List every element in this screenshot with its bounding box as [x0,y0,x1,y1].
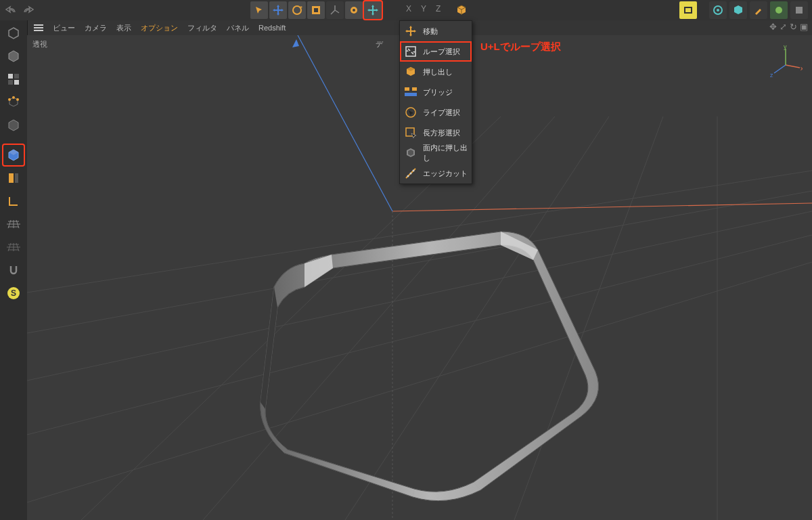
dd-label: ブリッジ [423,87,453,98]
dd-label: エッジカット [423,169,468,179]
y-axis-line [298,35,392,211]
svg-line-31 [786,65,800,68]
svg-text:z: z [770,72,773,79]
undo-icon[interactable] [5,5,18,15]
dd-bridge[interactable]: ブリッジ [400,82,472,102]
dd-live-select[interactable]: ライブ選択 [400,102,472,123]
vp-rotate-icon[interactable]: ↻ [790,22,797,32]
dd-label: 押し出し [423,67,453,77]
cube-primitive-icon[interactable] [455,4,468,16]
svg-point-44 [410,173,412,175]
menu-redshift[interactable]: Redshift [258,24,286,32]
grid-icon[interactable] [3,214,24,234]
svg-rect-39 [412,87,417,91]
svg-rect-5 [685,7,692,13]
dd-label: 面内に押し出し [423,143,468,163]
svg-rect-12 [8,80,13,85]
axis-tool[interactable] [326,1,344,19]
face-mode-icon[interactable] [3,115,24,135]
material-icon[interactable] [770,1,788,19]
dd-inner-extrude[interactable]: 面内に押し出し [400,143,472,163]
dd-label: 移動 [423,26,438,37]
move-tool[interactable] [269,1,287,19]
inner-extrude-icon [404,146,418,160]
point-mode-icon[interactable] [3,92,24,112]
tool-dropdown: 移動 ループ選択 押し出し ブリッジ ライブ選択 長方形選択 面内に押し出し エ… [399,20,472,184]
svg-rect-9 [796,7,803,14]
svg-point-0 [293,6,301,14]
right-tool-group [679,1,808,19]
annotation-text: U+Lでループ選択 [480,41,561,53]
dd-label: ループ選択 [423,47,460,57]
loop-select-icon [404,45,418,58]
hamburger-icon[interactable] [34,24,43,31]
svg-rect-2 [314,8,318,12]
mesh-object[interactable] [237,186,619,504]
redo-icon[interactable] [22,5,34,15]
svg-text:S: S [11,288,16,298]
axis-x-toggle[interactable]: X [406,4,411,16]
edge-cut-icon [404,167,418,180]
grid2-icon[interactable] [3,237,24,257]
svg-rect-18 [15,173,18,183]
camera-icon[interactable] [709,1,727,19]
axis-y-toggle[interactable]: Y [421,4,426,16]
dd-rect-select[interactable]: 長方形選択 [400,123,472,143]
dd-loop-select[interactable]: ループ選択 [400,41,472,62]
render-cube-icon[interactable] [729,1,747,19]
menu-display[interactable]: 表示 [116,23,131,33]
svg-rect-10 [8,74,13,79]
crossmove-tool[interactable] [364,1,382,19]
cube-mode-icon[interactable] [3,46,24,66]
s-icon[interactable]: S [3,283,24,303]
svg-point-43 [407,175,409,177]
texture-mode-icon[interactable] [3,69,24,89]
axis-lock-group: X Y Z [406,4,468,16]
rect-select-icon [404,126,418,139]
svg-point-14 [12,96,15,99]
svg-rect-40 [405,93,417,96]
menu-panel[interactable]: パネル [227,23,249,33]
select-tool[interactable] [250,1,268,19]
rotate-tool[interactable] [288,1,306,19]
dd-extrude[interactable]: 押し出し [400,62,472,82]
menu-camera[interactable]: カメラ [85,23,107,33]
svg-point-45 [413,170,415,172]
poly-mode-icon[interactable] [3,145,24,165]
dd-move[interactable]: 移動 [400,21,472,41]
live-select-icon [404,106,418,119]
undo-redo-group [0,5,46,15]
dd-label: ライブ選択 [423,108,460,118]
settings-icon[interactable] [790,1,808,19]
svg-point-16 [8,98,11,101]
dd-label: 長方形選択 [423,128,460,138]
move-icon [404,24,418,38]
svg-point-15 [16,98,19,101]
svg-point-7 [717,9,719,12]
layout-tool[interactable] [679,1,697,19]
brush-icon[interactable] [750,1,767,19]
model-mode-icon[interactable] [3,23,24,43]
vp-maximize-icon[interactable]: ▣ [800,22,808,32]
menu-view[interactable]: ビュー [53,23,75,33]
pivot-tool[interactable] [345,1,363,19]
menu-filter[interactable]: フィルタ [187,23,217,33]
extrude-icon [404,65,418,79]
svg-text:x: x [800,65,803,72]
viewport-corner-controls: ✥ ⤢ ↻ ▣ [769,22,808,32]
scale-tool[interactable] [307,1,325,19]
center-tool-group [250,1,382,19]
dd-edge-cut[interactable]: エッジカット [400,163,472,183]
axis-widget[interactable]: x y z [769,45,803,79]
svg-point-8 [775,7,782,14]
bridge-icon [404,85,418,99]
svg-text:y: y [784,45,787,50]
vp-zoom-icon[interactable]: ⤢ [780,22,787,32]
menu-options[interactable]: オプション [141,23,178,33]
uv-mode-icon[interactable] [3,168,24,188]
snap-icon[interactable] [3,260,24,280]
axis-z-toggle[interactable]: Z [436,4,441,16]
vp-move-icon[interactable]: ✥ [769,22,777,32]
axis-l-icon[interactable] [3,191,24,211]
svg-rect-17 [9,173,14,183]
